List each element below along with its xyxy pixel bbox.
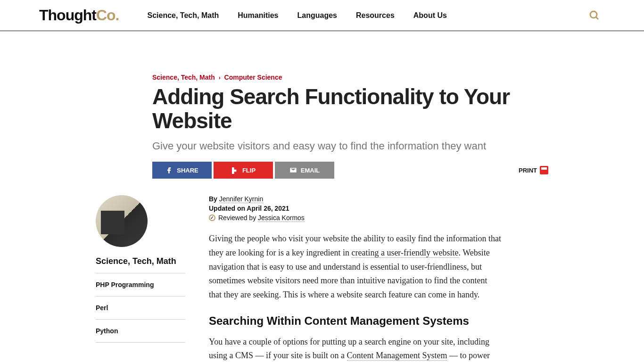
page-subtitle: Give your website visitors and easy way … [96, 140, 548, 152]
article-body: By Jennifer Kyrnin Updated on April 26, … [209, 195, 501, 362]
svg-point-0 [590, 11, 597, 18]
print-icon [540, 166, 548, 174]
category-image [96, 195, 148, 247]
breadcrumb-separator: › [219, 74, 221, 81]
svg-line-1 [596, 17, 598, 19]
search-icon[interactable] [589, 10, 600, 21]
paragraph-2: You have a couple of options for putting… [209, 335, 501, 362]
updated-date: Updated on April 26, 2021 [209, 205, 501, 212]
breadcrumb: Science, Tech, Math › Computer Science [96, 74, 548, 81]
logo-text-1: Thought [39, 7, 96, 24]
share-facebook-button[interactable]: SHARE [152, 162, 212, 179]
reviewer-link[interactable]: Jessica Kormos [258, 214, 305, 222]
breadcrumb-link-2[interactable]: Computer Science [224, 74, 282, 81]
sidebar-item-python[interactable]: Python [96, 320, 185, 343]
link-user-friendly[interactable]: creating a user-friendly website [351, 248, 458, 258]
sidebar-item-php[interactable]: PHP Programming [96, 273, 185, 296]
nav-humanities[interactable]: Humanities [238, 11, 278, 20]
share-fb-label: SHARE [177, 167, 198, 174]
print-label: PRINT [519, 167, 537, 174]
logo-text-2: Co [96, 7, 116, 24]
check-icon: ✓ [209, 214, 215, 221]
page-title: Adding Search Functionality to Your Webs… [96, 85, 548, 132]
nav-about[interactable]: About Us [413, 11, 447, 20]
nav-resources[interactable]: Resources [356, 11, 395, 20]
facebook-icon [165, 166, 173, 174]
link-cms[interactable]: Content Management System [347, 351, 447, 361]
sidebar-title: Science, Tech, Math [96, 256, 185, 273]
sidebar: Science, Tech, Math PHP Programming Perl… [96, 195, 185, 362]
print-button[interactable]: PRINT [519, 166, 548, 174]
paragraph-1: Giving the people who visit your website… [209, 232, 501, 302]
email-icon [289, 166, 297, 174]
site-header: ThoughtCo. Science, Tech, Math Humanitie… [0, 0, 644, 31]
reviewed-prefix: Reviewed by [218, 214, 258, 222]
share-email-label: EMAIL [301, 167, 320, 174]
sidebar-item-perl[interactable]: Perl [96, 296, 185, 320]
flipboard-icon [231, 166, 239, 174]
nav-languages[interactable]: Languages [297, 11, 337, 20]
author-link[interactable]: Jennifer Kyrnin [219, 195, 263, 203]
logo[interactable]: ThoughtCo. [39, 7, 119, 24]
breadcrumb-link-1[interactable]: Science, Tech, Math [152, 74, 215, 81]
by-prefix: By [209, 195, 219, 203]
main-nav: Science, Tech, Math Humanities Languages… [147, 11, 446, 20]
byline: By Jennifer Kyrnin [209, 195, 501, 203]
reviewed-by: ✓ Reviewed by Jessica Kormos [209, 214, 501, 222]
share-row: SHARE FLIP EMAIL PRINT [96, 162, 548, 179]
logo-text-3: . [116, 7, 119, 24]
nav-science[interactable]: Science, Tech, Math [147, 11, 219, 20]
section-heading-1: Searching Within Content Management Syst… [209, 314, 501, 328]
share-flip-label: FLIP [242, 167, 256, 174]
share-email-button[interactable]: EMAIL [275, 162, 334, 179]
share-flipboard-button[interactable]: FLIP [214, 162, 273, 179]
